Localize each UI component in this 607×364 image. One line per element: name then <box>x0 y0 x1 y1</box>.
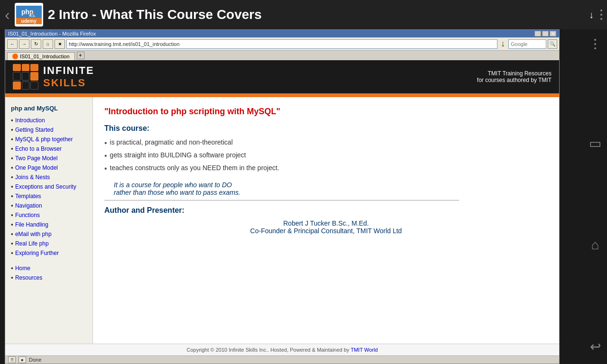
sidebar-link-getting-started[interactable]: Getting Started <box>15 127 54 133</box>
svg-text:SQL: SQL <box>29 14 36 17</box>
list-item: MySQL & php together <box>11 136 87 143</box>
list-item: Getting Started <box>11 126 87 134</box>
list-item: Exceptions and Security <box>11 183 87 191</box>
browser-titlebar: IS01_01_Introduction - Mozilla Firefox _… <box>5 30 559 37</box>
browser-toolbar: ← → ↻ ⌂ ★ ↓ 🔍 <box>5 37 559 51</box>
sidebar-link-mysql-php[interactable]: MySQL & php together <box>15 136 73 143</box>
sidebar-link-joins[interactable]: Joins & Nests <box>15 174 50 181</box>
sidebar-link-home[interactable]: Home <box>15 265 30 272</box>
restore-button[interactable]: □ <box>542 31 549 36</box>
sidebar-title: php and MySQL <box>11 105 87 112</box>
list-item: Navigation <box>11 202 87 209</box>
bullet-item-1: is practical, pragmatic and non-theoreti… <box>104 138 548 147</box>
list-item: File Handling <box>11 221 87 228</box>
address-bar[interactable] <box>66 39 497 49</box>
prev-arrow[interactable]: ‹ <box>5 6 10 24</box>
sidebar-link-exploring[interactable]: Exploring Further <box>15 250 59 256</box>
new-tab-button[interactable]: + <box>77 52 84 59</box>
author-section: Author and Presenter: Robert J Tucker B.… <box>104 206 548 235</box>
sidebar-link-file-handling[interactable]: File Handling <box>15 221 48 228</box>
sidebar-link-two-page[interactable]: Two Page Model <box>15 155 57 162</box>
status-text: Done <box>29 357 41 363</box>
list-item: Resources <box>11 274 87 282</box>
logo-skills: SKILLS <box>43 77 94 89</box>
close-button[interactable]: ✕ <box>550 31 556 36</box>
status-icon-2[interactable]: ■ <box>18 356 26 363</box>
sidebar-link-resources[interactable]: Resources <box>15 274 42 281</box>
list-item: Echo to a Browser <box>11 145 87 153</box>
search-button[interactable]: 🔍 <box>548 39 557 49</box>
sidebar-link-templates[interactable]: Templates <box>15 193 41 200</box>
author-name: Robert J Tucker B.Sc., M.Ed. <box>104 219 548 227</box>
sidebar-link-one-page[interactable]: One Page Model <box>15 164 58 171</box>
sidebar-bottom-nav: Home Resources <box>11 264 87 282</box>
top-right-icons: ↓ <box>584 8 602 22</box>
list-item: Exploring Further <box>11 249 87 257</box>
status-icon-1[interactable]: ☰ <box>8 356 16 363</box>
browser-tabs: IS01_01_Introduction + <box>5 51 559 60</box>
download-icon[interactable]: ↓ <box>584 8 598 22</box>
site-header-right: TMIT Training Resources for courses auth… <box>477 70 552 83</box>
udemy-label: udemy <box>16 18 42 24</box>
logo-infinite: INFINITE <box>43 64 94 77</box>
site-footer: Copyright © 2010 Infinite Skills Inc.. H… <box>5 344 559 355</box>
divider <box>104 200 459 200</box>
footer-link[interactable]: TMIT World <box>350 347 377 353</box>
search-input[interactable] <box>508 39 546 49</box>
sidebar-nav: Introduction Getting Started MySQL & php… <box>11 117 87 257</box>
list-item: Joins & Nests <box>11 173 87 181</box>
browser-statusbar: ☰ ■ Done <box>5 355 559 364</box>
sidebar-link-navigation[interactable]: Navigation <box>15 202 42 209</box>
more-options-icon[interactable] <box>600 9 602 20</box>
history-button[interactable]: ★ <box>55 39 65 49</box>
list-item: One Page Model <box>11 164 87 172</box>
back-button[interactable]: ← <box>7 39 18 49</box>
top-bar: ‹ php My SQL udemy 2 Intro - What This C… <box>0 0 607 29</box>
tab-label: IS01_01_Introduction <box>20 54 70 59</box>
sidebar-link-introduction[interactable]: Introduction <box>15 117 45 124</box>
footer-text: Copyright © 2010 Infinite Skills Inc.. H… <box>186 347 350 353</box>
udemy-logo: php My SQL udemy <box>15 3 43 27</box>
list-item: Templates <box>11 192 87 200</box>
main-heading: "Introduction to php scripting with MySQ… <box>104 107 548 117</box>
author-heading: Author and Presenter: <box>104 206 548 215</box>
author-title: Co-Founder & Principal Consultant, TMIT … <box>104 227 548 235</box>
list-item: eMail with php <box>11 230 87 238</box>
sidebar-link-real-life[interactable]: Real Life php <box>15 240 49 247</box>
italic-line1: It is a course for people who want to DO… <box>104 181 548 196</box>
logo-text: INFINITE SKILLS <box>43 64 94 89</box>
site-main: "Introduction to php scripting with MySQ… <box>93 97 559 344</box>
website-content: INFINITE SKILLS TMIT Training Resources … <box>5 60 559 355</box>
author-info: Robert J Tucker B.Sc., M.Ed. Co-Founder … <box>104 219 548 235</box>
side-window-icon[interactable]: ▭ <box>589 136 601 151</box>
list-item: Functions <box>11 211 87 219</box>
active-tab[interactable]: IS01_01_Introduction <box>7 52 75 60</box>
toolbar-download-icon[interactable]: ↓ <box>499 39 507 49</box>
list-item: Introduction <box>11 117 87 124</box>
list-item: Two Page Model <box>11 155 87 162</box>
list-item: Home <box>11 264 87 272</box>
forward-button[interactable]: → <box>19 39 29 49</box>
right-panel: ▭ ⌂ ↩ <box>583 29 607 364</box>
side-back-icon[interactable]: ↩ <box>590 339 601 355</box>
browser-window: IS01_01_Introduction - Mozilla Firefox _… <box>5 29 560 364</box>
header-tagline2: for courses authored by TMIT <box>477 77 552 83</box>
side-home-icon[interactable]: ⌂ <box>591 237 599 253</box>
sidebar-link-exceptions[interactable]: Exceptions and Security <box>15 183 76 190</box>
sidebar-link-functions[interactable]: Functions <box>15 212 40 218</box>
sidebar-link-email[interactable]: eMail with php <box>15 231 52 237</box>
sidebar-link-echo[interactable]: Echo to a Browser <box>15 146 62 152</box>
home-button[interactable]: ⌂ <box>43 39 53 49</box>
course-intro: This course: <box>104 124 548 133</box>
logo-squares <box>13 64 38 90</box>
minimize-button[interactable]: _ <box>534 31 541 36</box>
reload-button[interactable]: ↻ <box>31 39 41 49</box>
site-header: INFINITE SKILLS TMIT Training Resources … <box>5 60 559 93</box>
list-item: Real Life php <box>11 240 87 247</box>
bullet-list: is practical, pragmatic and non-theoreti… <box>104 138 548 173</box>
page-title: 2 Intro - What This Course Covers <box>48 7 579 22</box>
site-body: php and MySQL Introduction Getting Start… <box>5 97 559 344</box>
site-sidebar: php and MySQL Introduction Getting Start… <box>5 97 93 344</box>
browser-title-text: IS01_01_Introduction - Mozilla Firefox <box>8 31 96 36</box>
side-more-icon[interactable] <box>594 39 596 49</box>
